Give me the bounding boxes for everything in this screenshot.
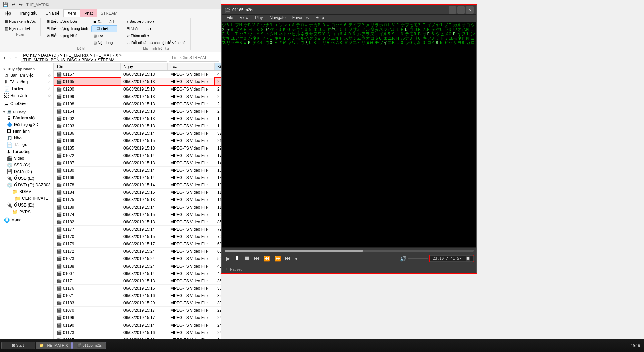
sidebar-item-certificate[interactable]: 📁 CERTIFICATE [3,195,53,202]
forward-button[interactable]: › [8,54,13,61]
mp-play-btn[interactable]: ▶ [225,255,231,262]
tab-xem[interactable]: Xem [63,9,81,17]
sidebar-item-desktop2[interactable]: 🖥 Bàn làm việc [3,115,53,121]
mp-stop-btn[interactable]: ⏹ [243,254,251,263]
table-row[interactable]: 🎬0117706/08/2019 15:14MPEG-TS Video File… [54,226,221,233]
btn-ngan-xem-truoc[interactable]: ▦ Ngăn xem trước [3,18,38,25]
table-row[interactable]: 🎬0117506/08/2019 15:13MPEG-TS Video File… [54,196,221,203]
table-row[interactable]: 🎬0119806/08/2019 15:13MPEG-TS Video File… [54,100,221,108]
btn-tile[interactable]: ▦ Lát [91,33,117,39]
mp-minimize-btn[interactable]: ─ [449,6,456,14]
sidebar-item-network[interactable]: 🌐 Mạng [0,217,53,223]
sidebar-item-images[interactable]: 🖼 Hình ảnh ✩ [0,92,53,99]
redo-btn[interactable]: ↪ [18,1,24,8]
table-row[interactable]: 🎬0107206/08/2019 15:14MPEG-TS Video File… [54,152,221,159]
table-row[interactable]: 🎬0120206/08/2019 15:13MPEG-TS Video File… [54,115,221,122]
tab-stream[interactable]: STREAM [97,9,121,17]
sidebar-item-usbe2[interactable]: 🔌 Ổ USB (E:) [3,202,53,209]
mp-forward-btn[interactable]: ⏩ [273,255,282,262]
mp-maximize-btn[interactable]: □ [457,6,465,14]
table-row[interactable]: 🎬0117406/08/2019 15:15MPEG-TS Video File… [54,211,221,218]
btn-content[interactable]: ▤ Nội dung [91,40,117,46]
table-row[interactable]: 🎬0116906/08/2019 15:15MPEG-TS Video File… [54,137,221,144]
sidebar-item-onedrive[interactable]: ☁ OneDrive [0,100,53,107]
up-button[interactable]: ↑ [13,54,19,61]
btn-detail[interactable]: ≡ Chi tiết [91,25,117,32]
mp-progress-bar[interactable] [225,250,474,252]
btn-list[interactable]: ☰ Danh sách [91,18,117,25]
sidebar-item-documents2[interactable]: 📄 Tài liệu [3,141,53,148]
sidebar-item-images2[interactable]: 🖼 Hình ảnh [3,128,53,135]
table-row[interactable]: 🎬0107006/08/2019 15:17MPEG-TS Video File… [54,307,221,314]
mp-menu-file[interactable]: File [223,15,236,22]
mp-rewind-btn[interactable]: ⏪ [262,255,271,262]
save-btn[interactable]: 💾 [1,1,9,8]
taskbar-player-btn[interactable]: 🎬 01165.m2ts [72,342,106,349]
tab-phat[interactable]: Phát [80,9,97,17]
table-row[interactable]: 🎬0118606/08/2019 15:14MPEG-TS Video File… [54,130,221,137]
sidebar-item-videos[interactable]: 🎬 Video [3,155,53,162]
table-row[interactable]: 🎬0107106/08/2019 15:16MPEG-TS Video File… [54,292,221,299]
col-header-type[interactable]: Loại [168,63,215,70]
table-row[interactable]: 🎬0120306/08/2019 15:13MPEG-TS Video File… [54,122,221,130]
table-row[interactable]: 🎬0118006/08/2019 15:14MPEG-TS Video File… [54,167,221,174]
table-row[interactable]: 🎬0117206/08/2019 15:24MPEG-TS Video File… [54,248,221,255]
sidebar-item-bdmv[interactable]: 📁 BDMV [3,188,53,195]
sidebar-item-usbe[interactable]: 🔌 Ổ USB (E:) [3,175,53,182]
table-row[interactable]: 🎬0119606/08/2019 15:17MPEG-TS Video File… [54,314,221,321]
mp-next-btn[interactable]: ⏭ [284,255,292,262]
table-row[interactable]: 🎬0118906/08/2019 15:14MPEG-TS Video File… [54,203,221,211]
mp-menu-play[interactable]: Play [252,15,266,22]
btn-small-icon[interactable]: ⊠ Biểu tượng Nhỏ [45,33,90,39]
table-row[interactable]: 🎬0118706/08/2019 15:13MPEG-TS Video File… [54,159,221,167]
table-row[interactable]: 🎬0117806/08/2019 15:14MPEG-TS Video File… [54,181,221,189]
btn-medium-icon[interactable]: ⊟ Biểu tượng Trung bình [45,25,90,32]
sidebar-item-dvdf[interactable]: 💿 Ổ DVD (F:) DAZB03 [3,182,53,188]
table-row[interactable]: 🎬0119906/08/2019 15:13MPEG-TS Video File… [54,93,221,100]
breadcrumb[interactable]: PC này > DATA (D:) > THE_MATRIX > THE_MA… [21,54,167,62]
sidebar-item-desktop[interactable]: 🖥 Bàn làm việc ✩ [0,72,53,79]
col-header-size[interactable]: Kích cỡ [215,63,221,70]
table-row[interactable]: 🎬0118406/08/2019 15:15MPEG-TS Video File… [54,189,221,196]
table-row[interactable]: 🎬0116506/08/2019 15:13MPEG-TS Video File… [54,78,221,85]
table-row[interactable]: 🎬0100706/08/2019 15:14MPEG-TS Video File… [54,270,221,277]
tab-tep[interactable]: Tệp [0,9,15,17]
mp-menu-help[interactable]: Help [312,15,327,22]
table-row[interactable]: 🎬0118206/08/2019 15:13MPEG-TS Video File… [54,218,221,226]
sidebar-item-ssdc[interactable]: 💿 SSD (C:) [3,162,53,168]
table-row[interactable]: 🎬0116706/08/2019 15:13MPEG-TS Video File… [54,71,221,78]
table-row[interactable]: 🎬0119006/08/2019 15:14MPEG-TS Video File… [54,321,221,329]
undo-btn[interactable]: ↩ [10,1,17,8]
table-row[interactable]: 🎬0107306/08/2019 15:24MPEG-TS Video File… [54,255,221,262]
mp-menu-favorites[interactable]: Favorites [289,15,312,22]
table-row[interactable]: 🎬0118506/08/2019 15:13MPEG-TS Video File… [54,144,221,152]
sidebar-item-documents[interactable]: 📄 Tài liệu ✩ [0,85,53,92]
mp-volume-slider[interactable] [408,258,428,259]
col-header-name[interactable]: Tên [54,63,121,70]
taskbar-start-btn[interactable]: ⊞ Start [1,342,35,349]
btn-addcol[interactable]: ⊕ Thêm cột ▾ [125,33,188,39]
sidebar-item-pvrs[interactable]: 📁 PVRS [3,209,53,215]
table-row[interactable]: 🎬0118306/08/2019 15:29MPEG-TS Video File… [54,299,221,307]
mp-menu-navigate[interactable]: Navigate [266,15,289,22]
sidebar-item-datad[interactable]: 💾 DATA (D:) [3,168,53,175]
btn-fitcol[interactable]: ↔ Đổi cỡ tất cả các cột để vừa khít [125,40,188,46]
mp-pause-btn[interactable]: ⏸ [233,254,241,263]
table-row[interactable]: 🎬0117306/08/2019 15:16MPEG-TS Video File… [54,329,221,336]
sidebar-item-downloads[interactable]: ⬇ Tải xuống ✩ [0,79,53,85]
table-row[interactable]: 🎬0118806/08/2019 15:24MPEG-TS Video File… [54,262,221,270]
back-button[interactable]: ‹ [2,54,7,61]
table-row[interactable]: 🎬0120006/08/2019 15:13MPEG-TS Video File… [54,85,221,93]
col-header-date[interactable]: Ngày [121,63,168,70]
sidebar-header-quickaccess[interactable]: ▼ Truy cập nhanh [0,66,53,72]
table-row[interactable]: 🎬0116406/08/2019 15:13MPEG-TS Video File… [54,108,221,115]
tab-trangdau[interactable]: Trang đầu [15,9,42,17]
table-row[interactable]: 🎬0116606/08/2019 15:14MPEG-TS Video File… [54,174,221,181]
mp-menu-view[interactable]: View [236,15,252,22]
mp-prev-btn[interactable]: ⏮ [253,255,261,262]
table-row[interactable]: 🎬0117606/08/2019 15:16MPEG-TS Video File… [54,285,221,292]
table-row[interactable]: 🎬0117906/08/2019 15:17MPEG-TS Video File… [54,240,221,248]
btn-groupby[interactable]: ⊞ Nhóm theo ▾ [125,25,188,32]
btn-ngan-chi-tiet[interactable]: ▥ Ngăn chi tiết [3,25,38,32]
search-input[interactable] [169,54,219,62]
